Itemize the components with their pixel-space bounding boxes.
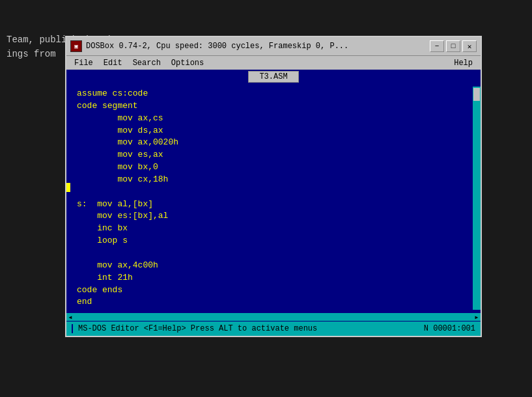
scrollbar-right-arrow[interactable]: ▶	[473, 313, 481, 321]
minimize-button[interactable]: −	[430, 40, 444, 52]
title-bar-text: DOSBox 0.74-2, Cpu speed: 3000 cycles, F…	[86, 42, 426, 51]
scrollbar-vertical[interactable]	[473, 87, 481, 310]
menu-search[interactable]: Search	[128, 57, 166, 69]
gutter-indicator	[66, 183, 70, 192]
scrollbar-thumb[interactable]	[473, 88, 480, 101]
close-button[interactable]: ✕	[462, 40, 477, 52]
scrollbar-horizontal-area: ◀ ▶	[66, 312, 481, 322]
menu-help[interactable]: Help	[449, 57, 478, 69]
tab-bar: T3.ASM	[66, 70, 481, 84]
menu-bar: File Edit Search Options Help	[66, 55, 481, 70]
tab-t3asm[interactable]: T3.ASM	[248, 71, 298, 83]
scrollbar-left-arrow[interactable]: ◀	[66, 313, 74, 321]
status-cursor-bar	[72, 324, 73, 333]
editor-gutter	[66, 87, 74, 310]
dosbox-icon: ▣	[70, 40, 82, 52]
dosbox-window: ▣ DOSBox 0.74-2, Cpu speed: 3000 cycles,…	[65, 36, 482, 337]
status-bar: MS-DOS Editor <F1=Help> Press ALT to act…	[66, 322, 481, 336]
status-cursor-position: N 00001:001	[424, 324, 475, 333]
menu-file[interactable]: File	[69, 57, 98, 69]
menu-edit[interactable]: Edit	[98, 57, 128, 69]
title-bar: ▣ DOSBox 0.74-2, Cpu speed: 3000 cycles,…	[66, 37, 481, 55]
editor-area[interactable]: assume cs:code code segment mov ax,cs mo…	[66, 84, 481, 312]
title-bar-buttons: − □ ✕	[430, 40, 477, 52]
menu-options[interactable]: Options	[166, 57, 209, 69]
restore-button[interactable]: □	[446, 40, 460, 52]
status-message: MS-DOS Editor <F1=Help> Press ALT to act…	[78, 324, 317, 333]
editor-content[interactable]: assume cs:code code segment mov ax,cs mo…	[74, 87, 473, 310]
status-left: MS-DOS Editor <F1=Help> Press ALT to act…	[72, 324, 317, 333]
scrollbar-h-track[interactable]	[74, 313, 473, 321]
